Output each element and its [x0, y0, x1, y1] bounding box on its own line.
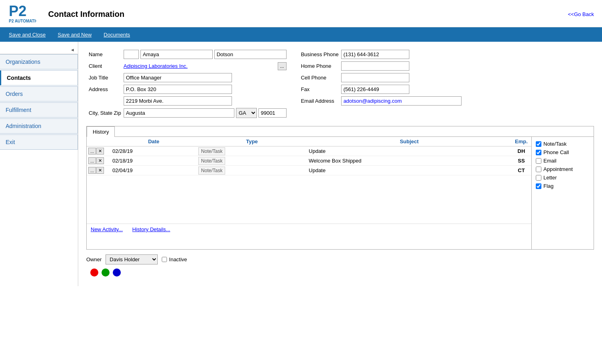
row-delete-button[interactable]: ✕	[96, 148, 104, 155]
client-label: Client	[89, 61, 121, 71]
filter-checkboxes: Note/TaskPhone CallEmailAppointmentLette…	[536, 141, 590, 189]
filter-item-email[interactable]: Email	[536, 158, 590, 164]
name-prefix-input[interactable]	[124, 50, 139, 59]
filter-checkbox-letter[interactable]	[536, 175, 541, 181]
email-input[interactable]	[341, 96, 462, 106]
row-emp: CT	[511, 166, 531, 175]
red-dot[interactable]	[90, 268, 98, 277]
address-label: Address	[89, 85, 121, 94]
filter-label-email: Email	[543, 158, 557, 164]
history-footer: New Activity... History Details...	[87, 224, 531, 235]
email-label: Email Address	[289, 96, 339, 106]
filter-item-phone_call[interactable]: Phone Call	[536, 149, 590, 155]
documents-button[interactable]: Documents	[98, 29, 136, 40]
client-browse-button[interactable]: ...	[278, 62, 287, 70]
svg-text:P2 AUTOMATION: P2 AUTOMATION	[9, 19, 36, 23]
filter-item-note_task[interactable]: Note/Task	[536, 141, 590, 147]
filter-checkbox-appointment[interactable]	[536, 167, 541, 172]
inactive-checkbox[interactable]	[162, 257, 167, 262]
filter-label-phone_call: Phone Call	[543, 149, 569, 155]
city-state-zip-row: GA AL FL	[124, 108, 287, 118]
row-subject: Welcome Box Shipped	[307, 156, 511, 166]
history-tab: History	[87, 126, 594, 136]
client-link[interactable]: Adipiscing Laboratories Inc.	[124, 63, 276, 69]
business-phone-label: Business Phone	[289, 50, 339, 59]
cell-phone-input[interactable]	[341, 73, 409, 82]
page-header: P2 P2 AUTOMATION Contact Information <<G…	[0, 0, 602, 27]
filter-checkbox-note_task[interactable]	[536, 141, 541, 147]
row-delete-button[interactable]: ✕	[96, 167, 104, 174]
inactive-label[interactable]: Inactive	[162, 256, 187, 262]
owner-select[interactable]: Davis Holder Other	[106, 254, 158, 264]
row-action-buttons: ... ✕	[88, 148, 109, 155]
sidebar-item-orders[interactable]: Orders	[0, 86, 78, 102]
filter-item-letter[interactable]: Letter	[536, 175, 590, 181]
address2-input[interactable]	[124, 96, 232, 106]
home-phone-input[interactable]	[341, 61, 409, 71]
city-input[interactable]	[124, 108, 234, 118]
save-new-button[interactable]: Save and New	[52, 29, 98, 40]
green-dot[interactable]	[102, 268, 110, 277]
owner-row: Owner Davis Holder Other Inactive	[86, 254, 594, 264]
go-back-link[interactable]: <<Go Back	[568, 11, 594, 17]
home-phone-label: Home Phone	[289, 61, 339, 71]
filter-checkbox-phone_call[interactable]	[536, 150, 541, 155]
sidebar-item-contacts[interactable]: Contacts	[0, 70, 78, 85]
new-activity-link[interactable]: New Activity...	[91, 226, 123, 232]
row-delete-button[interactable]: ✕	[96, 157, 104, 164]
row-action-buttons: ... ✕	[88, 157, 109, 164]
sidebar-item-fulfillment[interactable]: Fulfillment	[0, 102, 78, 118]
fax-input[interactable]	[341, 85, 409, 94]
filter-label-flag: Flag	[543, 183, 553, 189]
sidebar: ◄ Organizations Contacts Orders Fulfillm…	[0, 42, 78, 286]
sidebar-item-exit[interactable]: Exit	[0, 134, 78, 150]
svg-text:P2: P2	[9, 3, 26, 19]
contact-form: Name Business Phone Client	[86, 47, 464, 120]
row-browse-button[interactable]: ...	[88, 157, 96, 164]
history-row: ... ✕ 02/18/19 Note/Task Welcome Box Shi…	[87, 156, 531, 166]
sidebar-item-organizations[interactable]: Organizations	[0, 54, 78, 69]
row-date: 02/18/19	[111, 156, 197, 166]
job-title-input[interactable]	[124, 73, 232, 82]
zip-input[interactable]	[258, 108, 287, 118]
row-browse-button[interactable]: ...	[88, 148, 96, 155]
filter-item-flag[interactable]: Flag	[536, 183, 590, 189]
filter-item-appointment[interactable]: Appointment	[536, 166, 590, 172]
owner-label: Owner	[86, 256, 102, 262]
history-col-date: Date	[111, 137, 197, 146]
state-select[interactable]: GA AL FL	[236, 108, 257, 118]
first-name-input[interactable]	[140, 50, 213, 59]
row-type: Note/Task	[198, 157, 225, 165]
history-tab-label[interactable]: History	[87, 126, 115, 137]
last-name-input[interactable]	[214, 50, 287, 59]
filter-checkbox-flag[interactable]	[536, 183, 541, 189]
row-date: 02/28/19	[111, 146, 197, 156]
filter-sidebar: Note/TaskPhone CallEmailAppointmentLette…	[531, 137, 594, 249]
sidebar-collapse-arrow[interactable]: ◄	[0, 46, 78, 54]
filter-checkbox-email[interactable]	[536, 158, 541, 164]
history-empty-space	[87, 175, 531, 224]
city-state-zip-label: City, State Zip	[89, 108, 121, 118]
logo: P2 P2 AUTOMATION	[4, 3, 40, 25]
save-close-button[interactable]: Save and Close	[3, 29, 51, 40]
blue-dot[interactable]	[113, 268, 121, 277]
row-emp: DH	[511, 146, 531, 156]
row-browse-button[interactable]: ...	[88, 167, 96, 174]
client-input-row: Adipiscing Laboratories Inc. ...	[124, 62, 287, 70]
history-details-link[interactable]: History Details...	[132, 226, 171, 232]
filter-label-letter: Letter	[543, 175, 557, 181]
address1-input[interactable]	[124, 85, 232, 94]
toolbar: Save and Close Save and New Documents	[0, 27, 602, 42]
history-section: History Date Type Subject Emp.	[86, 126, 594, 250]
history-table-area: Date Type Subject Emp. ... ✕ 02/28/19	[87, 137, 531, 249]
history-row: ... ✕ 02/04/19 Note/Task Update CT	[87, 166, 531, 175]
cell-phone-label: Cell Phone	[289, 73, 339, 82]
sidebar-item-administration[interactable]: Administration	[0, 118, 78, 134]
history-col-emp: Emp.	[511, 137, 531, 146]
main-layout: ◄ Organizations Contacts Orders Fulfillm…	[0, 42, 602, 286]
business-phone-input[interactable]	[341, 50, 409, 59]
history-content: Date Type Subject Emp. ... ✕ 02/28/19	[87, 136, 594, 249]
fax-label: Fax	[289, 85, 339, 94]
history-col-type: Type	[197, 137, 307, 146]
name-label: Name	[89, 50, 121, 59]
